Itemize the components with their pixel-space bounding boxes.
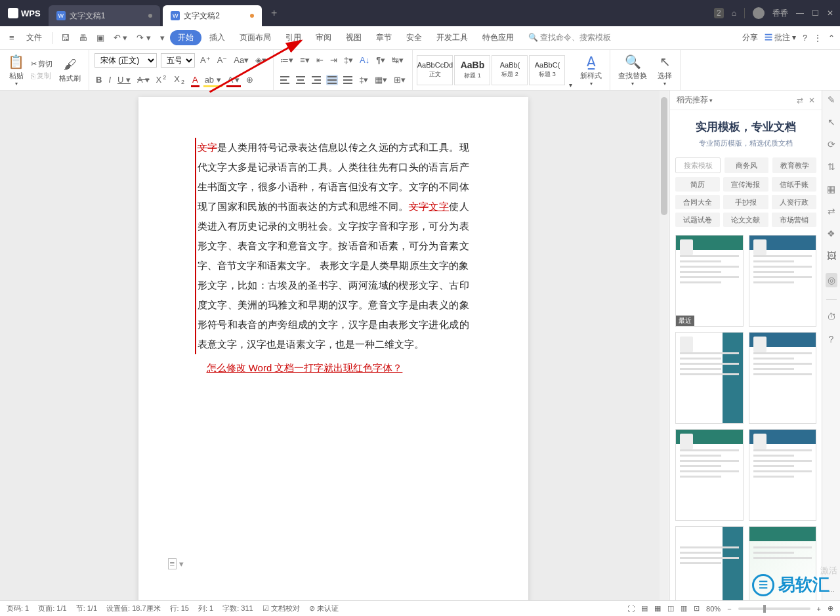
style-h1[interactable]: AaBb标题 1 <box>454 55 490 85</box>
sort-button[interactable]: A↓ <box>358 54 371 66</box>
tab-education[interactable]: 教育教学 <box>772 157 816 173</box>
font-grow-button[interactable]: A⁺ <box>199 54 212 66</box>
cat-contract[interactable]: 合同大全 <box>675 195 720 209</box>
panel-settings-icon[interactable]: ⇄ <box>797 96 803 105</box>
view-web-icon[interactable]: ▥ <box>681 604 687 613</box>
wps-logo[interactable]: WPS <box>0 8 49 18</box>
format-painter-button[interactable]: 🖌格式刷 <box>55 52 85 89</box>
text-effect-button[interactable]: A <box>191 73 200 86</box>
copy-button[interactable]: ⎘ 复制 <box>31 71 52 81</box>
cut-button[interactable]: ✂ 剪切 <box>31 59 52 69</box>
menu-view[interactable]: 视图 <box>339 30 368 46</box>
cat-poster[interactable]: 宣传海报 <box>723 177 768 192</box>
font-color-button[interactable]: A ▾ <box>226 73 242 86</box>
redo-icon[interactable]: ↷ ▾ <box>133 30 155 45</box>
style-h2[interactable]: AaBb(标题 2 <box>492 55 528 85</box>
save-icon[interactable]: 🖫 <box>57 30 74 45</box>
change-case-button[interactable]: Aa▾ <box>232 54 250 66</box>
rail-image-icon[interactable]: 🖼 <box>827 251 836 261</box>
align-distribute-button[interactable] <box>342 75 354 85</box>
question-link[interactable]: 怎么修改 Word 文档一打字就出现红色字体？ <box>198 362 469 375</box>
view-focus-icon[interactable]: ⊡ <box>694 604 700 613</box>
menu-icon[interactable]: ≡ <box>5 30 18 45</box>
status-check[interactable]: ☑ 文档校对 <box>262 604 300 613</box>
menu-dev[interactable]: 开发工具 <box>430 30 474 46</box>
rail-proofread-icon[interactable]: ⟳ <box>828 139 835 150</box>
share-button[interactable]: 分享 <box>742 32 758 43</box>
italic-button[interactable]: I <box>107 73 112 86</box>
more-icon[interactable]: ⋮ <box>814 33 822 43</box>
rail-sync-icon[interactable]: ⇅ <box>828 161 835 172</box>
close-button[interactable]: ✕ <box>827 9 833 18</box>
align-left-button[interactable] <box>279 75 291 85</box>
line-spacing-button[interactable]: ‡▾ <box>343 54 354 66</box>
template-thumb[interactable] <box>675 526 744 600</box>
status-words[interactable]: 字数: 311 <box>222 604 253 613</box>
template-search[interactable]: 搜索模板 <box>675 157 721 173</box>
help-icon[interactable]: ? <box>803 33 807 43</box>
tab-button[interactable]: ↹▾ <box>390 54 405 66</box>
align-justify-button[interactable] <box>326 75 338 85</box>
search-box[interactable]: 🔍 查找命令、搜索模板 <box>522 30 618 46</box>
cat-exam[interactable]: 试题试卷 <box>675 213 720 227</box>
rail-edit-icon[interactable]: ✎ <box>828 94 835 105</box>
user-name[interactable]: 香香 <box>772 8 788 19</box>
rail-help-icon[interactable]: ? <box>829 334 834 344</box>
align-center-button[interactable] <box>295 75 306 85</box>
indent-inc-button[interactable]: ⇥ <box>329 54 339 66</box>
tab-doc2[interactable]: W 文字文稿2 <box>163 5 262 26</box>
status-section[interactable]: 节: 1/1 <box>76 604 97 613</box>
panel-close-icon[interactable]: ✕ <box>808 96 815 105</box>
preview-icon[interactable]: ▣ <box>93 30 108 45</box>
status-row[interactable]: 行: 15 <box>170 604 189 613</box>
avatar[interactable] <box>753 7 765 19</box>
status-col[interactable]: 列: 1 <box>198 604 213 613</box>
status-page[interactable]: 页面: 1/1 <box>38 604 66 613</box>
status-setting[interactable]: 设置值: 18.7厘米 <box>106 604 161 613</box>
zoom-slider[interactable] <box>738 607 810 610</box>
cat-resume[interactable]: 简历 <box>675 177 720 192</box>
tab-add-button[interactable]: + <box>264 7 284 19</box>
session-badge[interactable]: 2 <box>714 8 724 18</box>
view-print-icon[interactable]: ▤ <box>641 604 648 613</box>
menu-features[interactable]: 特色应用 <box>476 30 520 46</box>
style-gallery[interactable]: AaBbCcDd正文 AaBb标题 1 AaBb(标题 2 AaBbC(标题 3 <box>417 55 565 85</box>
body-paragraph[interactable]: 文字是人类用符号记录表达信息以传之久远的方式和工具。现代文字大多是记录语言的工具… <box>195 138 469 354</box>
show-marks-button[interactable]: ¶▾ <box>375 54 387 66</box>
new-style-button[interactable]: A̲新样式▾ <box>576 52 606 89</box>
status-pageno[interactable]: 页码: 1 <box>7 604 29 613</box>
zoom-out-button[interactable]: − <box>727 605 731 613</box>
paste-button[interactable]: 📋粘贴▾ <box>4 52 28 89</box>
home-icon[interactable]: ⌂ <box>732 9 736 18</box>
indent-dec-button[interactable]: ⇤ <box>315 54 325 66</box>
numbering-button[interactable]: ≡▾ <box>299 54 311 66</box>
template-thumb[interactable] <box>749 332 817 424</box>
tab-business[interactable]: 商务风 <box>724 157 768 173</box>
template-thumb[interactable] <box>675 429 744 521</box>
superscript-button[interactable]: X2 <box>155 73 169 86</box>
rail-table-icon[interactable]: ▦ <box>827 184 835 194</box>
zoom-in-button[interactable]: + <box>817 605 821 613</box>
rail-select-icon[interactable]: ↖ <box>828 117 835 127</box>
phonetic-button[interactable]: ⊕ <box>245 73 255 86</box>
font-name-select[interactable]: 宋体 (正文) <box>94 53 157 68</box>
annotate-button[interactable]: ☰ 批注 ▾ <box>765 32 797 43</box>
cat-thesis[interactable]: 论文文献 <box>723 213 768 227</box>
underline-button[interactable]: U ▾ <box>116 73 132 86</box>
vertical-scrollbar[interactable] <box>660 91 669 600</box>
template-thumb[interactable] <box>749 429 817 521</box>
menu-reference[interactable]: 引用 <box>279 30 308 46</box>
zoom-value[interactable]: 80% <box>706 605 721 613</box>
bold-button[interactable]: B <box>94 73 103 86</box>
undo-icon[interactable]: ↶ ▾ <box>110 30 132 45</box>
align-right-button[interactable] <box>310 75 322 85</box>
highlight-button[interactable]: ab ▾ <box>203 73 222 86</box>
template-thumb[interactable] <box>675 332 744 424</box>
rail-feature-icon[interactable]: ❖ <box>827 228 835 239</box>
template-thumb[interactable] <box>749 235 817 327</box>
style-normal[interactable]: AaBbCcDd正文 <box>417 55 453 85</box>
font-size-select[interactable]: 五号 <box>161 53 195 68</box>
strike-button[interactable]: A ▾ <box>136 73 151 86</box>
menu-start[interactable]: 开始 <box>170 30 201 45</box>
para-spacing-button[interactable]: ‡▾ <box>358 73 369 86</box>
